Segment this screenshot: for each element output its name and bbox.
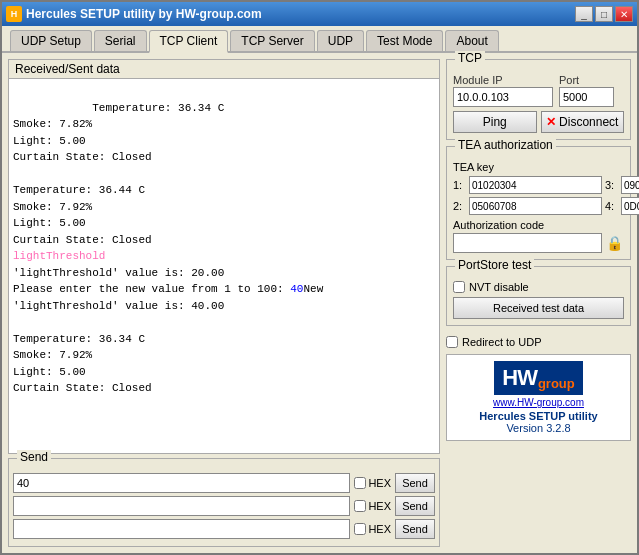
tea-field-2: 2: [453, 197, 602, 215]
disconnect-label: Disconnect [559, 115, 618, 129]
tab-about[interactable]: About [445, 30, 498, 51]
tea-group-label: TEA authorization [455, 138, 556, 152]
portstore-group: PortStore test NVT disable Received test… [446, 266, 631, 326]
minimize-button[interactable]: _ [575, 6, 593, 22]
redirect-checkbox[interactable] [446, 336, 458, 348]
tea-num-3: 3: [605, 179, 619, 191]
send-row-1: HEX Send [13, 473, 435, 493]
auth-code-input[interactable] [453, 233, 602, 253]
tea-num-2: 2: [453, 200, 467, 212]
port-label: Port [559, 74, 614, 86]
hw-group-text: group [538, 376, 575, 391]
hwgroup-logo: HW group www.HW-group.com Hercules SETUP… [446, 354, 631, 441]
hw-utility-name: Hercules SETUP utility [479, 410, 597, 422]
send-label: Send [17, 450, 51, 464]
tcp-buttons: Ping ✕ Disconnect [453, 111, 624, 133]
received-test-button[interactable]: Received test data [453, 297, 624, 319]
ping-button[interactable]: Ping [453, 111, 537, 133]
data-display[interactable]: Temperature: 36.34 C Smoke: 7.82% Light:… [9, 79, 439, 453]
tea-field-3: 3: [605, 176, 639, 194]
tea-field-1: 1: [453, 176, 602, 194]
tcp-ip-port-row: Module IP Port [453, 74, 624, 107]
send-input-1[interactable] [13, 473, 350, 493]
tab-test-mode[interactable]: Test Mode [366, 30, 443, 51]
nvt-checkbox[interactable] [453, 281, 465, 293]
redirect-row: Redirect to UDP [446, 336, 631, 348]
hw-version: Version 3.2.8 [506, 422, 570, 434]
send-input-2[interactable] [13, 496, 350, 516]
send-row-2: HEX Send [13, 496, 435, 516]
app-icon: H [6, 6, 22, 22]
portstore-label: PortStore test [455, 258, 534, 272]
received-sent-box: Received/Sent data Temperature: 36.34 C … [8, 59, 440, 454]
tab-tcp-server[interactable]: TCP Server [230, 30, 314, 51]
tcp-group-label: TCP [455, 51, 485, 65]
main-window: H Hercules SETUP utility by HW-group.com… [0, 0, 639, 555]
disconnect-button[interactable]: ✕ Disconnect [541, 111, 625, 133]
hw-logo-box: HW group [494, 361, 582, 395]
tea-input-3[interactable] [621, 176, 639, 194]
hex-label-2: HEX [368, 500, 391, 512]
lock-icon[interactable]: 🔒 [604, 233, 624, 253]
tab-tcp-client[interactable]: TCP Client [149, 30, 229, 53]
tea-group: TEA authorization TEA key 1: 3: 2: [446, 146, 631, 260]
module-ip-label: Module IP [453, 74, 553, 86]
port-input[interactable] [559, 87, 614, 107]
send-button-3[interactable]: Send [395, 519, 435, 539]
title-bar: H Hercules SETUP utility by HW-group.com… [2, 2, 637, 26]
left-panel: Received/Sent data Temperature: 36.34 C … [8, 59, 440, 547]
maximize-button[interactable]: □ [595, 6, 613, 22]
hex-checkbox-1[interactable] [354, 477, 366, 489]
auth-code-label: Authorization code [453, 219, 624, 231]
hex-checkbox-2[interactable] [354, 500, 366, 512]
hex-label-3: HEX [368, 523, 391, 535]
hw-website[interactable]: www.HW-group.com [493, 397, 584, 408]
tcp-group: TCP Module IP Port Ping ✕ Disconne [446, 59, 631, 140]
send-section: Send HEX Send HEX Send [8, 458, 440, 547]
title-buttons: _ □ ✕ [575, 6, 633, 22]
module-ip-group: Module IP [453, 74, 553, 107]
nvt-row: NVT disable [453, 281, 624, 293]
close-button[interactable]: ✕ [615, 6, 633, 22]
tea-key-grid: 1: 3: 2: 4: [453, 176, 624, 215]
right-panel: TCP Module IP Port Ping ✕ Disconne [446, 59, 631, 547]
tea-num-1: 1: [453, 179, 467, 191]
received-sent-label: Received/Sent data [9, 60, 439, 79]
hex-checkbox-3[interactable] [354, 523, 366, 535]
hex-check-2: HEX [354, 500, 391, 512]
port-group: Port [559, 74, 614, 107]
tea-input-2[interactable] [469, 197, 602, 215]
send-row-3: HEX Send [13, 519, 435, 539]
tab-bar: UDP Setup Serial TCP Client TCP Server U… [2, 26, 637, 53]
window-title: Hercules SETUP utility by HW-group.com [26, 7, 262, 21]
tab-udp[interactable]: UDP [317, 30, 364, 51]
tea-field-4: 4: [605, 197, 639, 215]
tea-key-label: TEA key [453, 161, 624, 173]
tab-serial[interactable]: Serial [94, 30, 147, 51]
send-button-1[interactable]: Send [395, 473, 435, 493]
x-icon: ✕ [546, 115, 556, 129]
tea-num-4: 4: [605, 200, 619, 212]
tea-input-1[interactable] [469, 176, 602, 194]
module-ip-input[interactable] [453, 87, 553, 107]
tea-input-4[interactable] [621, 197, 639, 215]
send-button-2[interactable]: Send [395, 496, 435, 516]
hw-text: HW [502, 365, 537, 391]
hex-label-1: HEX [368, 477, 391, 489]
send-input-3[interactable] [13, 519, 350, 539]
main-content: Received/Sent data Temperature: 36.34 C … [2, 53, 637, 553]
tab-udp-setup[interactable]: UDP Setup [10, 30, 92, 51]
redirect-label: Redirect to UDP [462, 336, 541, 348]
auth-code-row: 🔒 [453, 233, 624, 253]
hex-check-3: HEX [354, 523, 391, 535]
nvt-label: NVT disable [469, 281, 529, 293]
hex-check-1: HEX [354, 477, 391, 489]
